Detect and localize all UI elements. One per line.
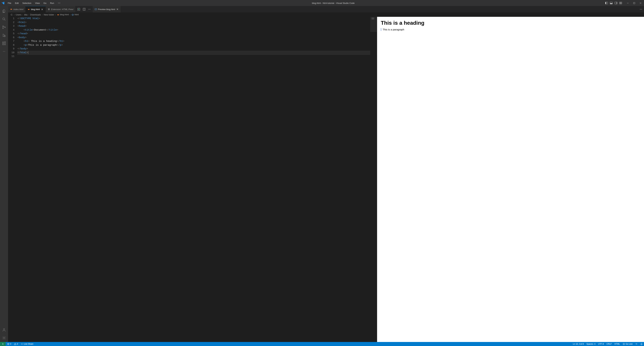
breadcrumb-segment[interactable]: Users — [16, 14, 21, 16]
svg-point-32 — [88, 9, 89, 10]
svg-rect-22 — [4, 44, 6, 45]
title-bar: File Edit Selection View Go Run blog.htm… — [0, 0, 644, 6]
language-mode[interactable]: HTML — [613, 342, 621, 346]
tab-preview-blog[interactable]: Preview blog.html — [92, 6, 121, 13]
breadcrumb-segment[interactable]: iitia — [24, 14, 28, 16]
tab-close-icon[interactable] — [41, 8, 44, 11]
menu-go[interactable]: Go — [42, 0, 48, 6]
svg-rect-20 — [2, 42, 4, 43]
tab-close-icon[interactable] — [116, 8, 119, 11]
eol[interactable]: CRLF — [605, 342, 613, 346]
svg-rect-23 — [4, 42, 6, 43]
tabs-row: index.html blog.html Extension: HTML Pre… — [8, 6, 644, 13]
preview-icon — [94, 8, 97, 11]
window-title: blog.html - html-tutorial - Visual Studi… — [62, 2, 604, 4]
search-icon[interactable] — [0, 15, 8, 23]
problems-warnings[interactable]: 0 — [12, 342, 20, 346]
svg-point-34 — [90, 9, 90, 10]
chevron-right-icon: › — [42, 14, 43, 16]
toggle-primary-sidebar-icon[interactable] — [604, 1, 609, 5]
warning-count: 0 — [17, 343, 18, 345]
run-code-icon[interactable] — [77, 8, 80, 11]
layout-buttons — [604, 1, 623, 5]
tab-label: Preview blog.html — [98, 8, 115, 11]
encoding[interactable]: UTF-8 — [597, 342, 605, 346]
right-tab-group: Preview blog.html — [92, 6, 121, 13]
go-live-label: Go Live — [626, 343, 632, 345]
menu-run[interactable]: Run — [48, 0, 56, 6]
chevron-right-icon: › — [22, 14, 23, 16]
more-actions-icon[interactable] — [0, 47, 8, 56]
tab-index-html[interactable]: index.html — [8, 6, 26, 13]
feedback-icon[interactable] — [634, 342, 639, 346]
accounts-icon[interactable] — [0, 326, 8, 334]
svg-point-25 — [4, 51, 4, 52]
symbol-icon — [72, 14, 74, 16]
settings-gear-icon[interactable] — [0, 334, 8, 342]
toggle-panel-icon[interactable] — [609, 1, 614, 5]
svg-rect-9 — [620, 2, 620, 3]
run-debug-icon[interactable] — [0, 31, 8, 39]
window-controls — [625, 0, 644, 6]
remote-indicator[interactable] — [0, 342, 6, 346]
source-control-icon[interactable] — [0, 23, 8, 31]
menu-file[interactable]: File — [6, 0, 13, 6]
problems-errors[interactable]: 0 — [6, 342, 12, 346]
indentation[interactable]: Spaces: 4 — [585, 342, 597, 346]
menu-edit[interactable]: Edit — [13, 0, 20, 6]
svg-point-40 — [21, 344, 22, 344]
toggle-secondary-sidebar-icon[interactable] — [614, 1, 618, 5]
preview-paragraph: This is a paragraph — [381, 28, 640, 31]
menu-selection[interactable]: Selection — [21, 0, 33, 6]
html-preview-pane: This is a heading This is a paragraph — [377, 17, 644, 342]
svg-rect-4 — [605, 2, 606, 4]
more-actions-icon[interactable] — [88, 8, 91, 11]
chevron-right-icon: › — [28, 14, 29, 16]
breadcrumb-segment[interactable]: blog.html — [57, 13, 69, 16]
minimap[interactable] — [370, 17, 377, 342]
menu-more-icon[interactable] — [56, 0, 62, 6]
minimize-icon[interactable] — [625, 0, 630, 6]
code-content[interactable]: <!DOCTYPE html><html><head> <title>Docum… — [18, 17, 377, 342]
minimap-content — [372, 18, 374, 20]
maximize-icon[interactable] — [631, 0, 637, 6]
tab-label: index.html — [14, 8, 23, 11]
vscode-logo — [0, 1, 6, 5]
main-area: index.html blog.html Extension: HTML Pre… — [0, 6, 644, 342]
breadcrumb-segment[interactable]: C: — [11, 14, 13, 16]
svg-point-33 — [89, 9, 90, 10]
svg-rect-11 — [620, 3, 620, 4]
svg-point-16 — [3, 26, 4, 27]
svg-point-36 — [640, 9, 640, 10]
menu-bar: File Edit Selection View Go Run — [6, 0, 62, 6]
code-editor[interactable]: 1234567891011 <!DOCTYPE html><html><head… — [8, 17, 377, 342]
html-file-icon — [28, 8, 30, 11]
explorer-icon[interactable] — [0, 7, 8, 15]
split-editor-icon[interactable] — [83, 8, 86, 11]
more-actions-icon[interactable] — [640, 8, 642, 11]
live-share[interactable]: Live Share — [19, 342, 34, 346]
go-live[interactable]: Go Live — [621, 342, 634, 346]
customize-layout-icon[interactable] — [618, 1, 623, 5]
breadcrumb-segment[interactable]: html — [72, 13, 79, 16]
close-icon[interactable] — [638, 0, 643, 6]
svg-point-2 — [60, 3, 60, 3]
status-bar: 0 0 Live Share Ln 10, Col 8 Spaces: 4 UT… — [0, 342, 644, 346]
html-file-icon — [57, 14, 59, 16]
error-count: 0 — [10, 343, 11, 345]
svg-point-38 — [642, 9, 642, 10]
extensions-icon[interactable] — [0, 39, 8, 47]
menu-view[interactable]: View — [34, 0, 42, 6]
line-number-gutter: 1234567891011 — [8, 17, 18, 342]
right-editor-actions — [638, 6, 644, 13]
breadcrumb-segment[interactable]: New folder — [44, 14, 54, 16]
breadcrumb-segment[interactable]: Downloads — [30, 14, 41, 16]
tab-label: blog.html — [31, 8, 40, 11]
svg-point-24 — [3, 51, 3, 52]
tab-blog-html[interactable]: blog.html — [26, 6, 46, 13]
notifications-bell-icon[interactable] — [639, 342, 644, 346]
tab-extension-preview[interactable]: Extension: HTML Previ — [46, 6, 76, 13]
cursor-position[interactable]: Ln 10, Col 8 — [572, 342, 585, 346]
svg-point-37 — [641, 9, 641, 10]
svg-point-15 — [3, 18, 5, 20]
